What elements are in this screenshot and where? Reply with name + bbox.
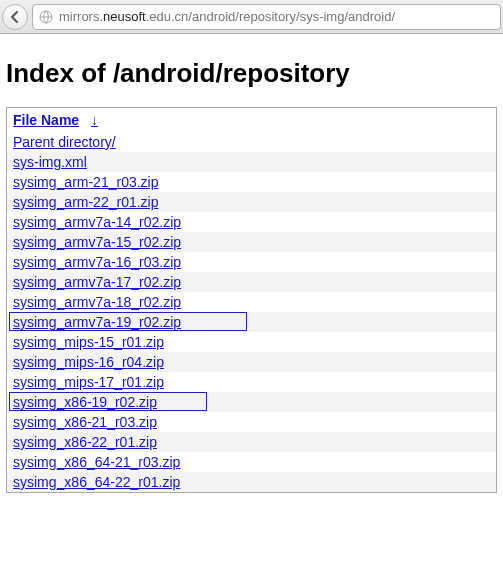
table-cell: sysimg_armv7a-19_r02.zip — [7, 312, 497, 332]
url-bar[interactable]: mirrors.neusoft.edu.cn/android/repositor… — [32, 4, 501, 30]
table-row: sysimg_x86_64-21_r03.zip — [7, 452, 497, 472]
table-row: sysimg_mips-17_r01.zip — [7, 372, 497, 392]
table-cell: sysimg_armv7a-17_r02.zip — [7, 272, 497, 292]
file-link[interactable]: sysimg_x86-22_r01.zip — [13, 434, 157, 450]
table-cell: sysimg_x86_64-22_r01.zip — [7, 472, 497, 493]
table-cell: sysimg_armv7a-14_r02.zip — [7, 212, 497, 232]
file-index-table: File Name ↓ Parent directory/sys-img.xml… — [6, 107, 497, 493]
table-cell: Parent directory/ — [7, 132, 497, 152]
table-row: sysimg_armv7a-16_r03.zip — [7, 252, 497, 272]
table-cell: sysimg_mips-17_r01.zip — [7, 372, 497, 392]
table-row: Parent directory/ — [7, 132, 497, 152]
table-row: sysimg_x86-19_r02.zip — [7, 392, 497, 412]
table-cell: sysimg_arm-21_r03.zip — [7, 172, 497, 192]
url-host: neusoft — [103, 9, 146, 24]
table-row: sysimg_armv7a-19_r02.zip — [7, 312, 497, 332]
table-row: sysimg_x86-21_r03.zip — [7, 412, 497, 432]
table-row: sysimg_mips-15_r01.zip — [7, 332, 497, 352]
file-link[interactable]: sysimg_mips-17_r01.zip — [13, 374, 164, 390]
table-row: sysimg_armv7a-17_r02.zip — [7, 272, 497, 292]
table-cell: sysimg_x86-22_r01.zip — [7, 432, 497, 452]
table-row: sysimg_arm-21_r03.zip — [7, 172, 497, 192]
table-cell: sysimg_armv7a-16_r03.zip — [7, 252, 497, 272]
globe-icon — [39, 10, 53, 24]
file-link[interactable]: sysimg_armv7a-19_r02.zip — [13, 314, 181, 330]
table-cell: sysimg_mips-15_r01.zip — [7, 332, 497, 352]
header-filename-link[interactable]: File Name — [13, 112, 79, 128]
table-cell: sys-img.xml — [7, 152, 497, 172]
file-link[interactable]: sysimg_armv7a-15_r02.zip — [13, 234, 181, 250]
table-row: sys-img.xml — [7, 152, 497, 172]
table-row: sysimg_mips-16_r04.zip — [7, 352, 497, 372]
table-cell: sysimg_armv7a-15_r02.zip — [7, 232, 497, 252]
table-row: sysimg_x86-22_r01.zip — [7, 432, 497, 452]
file-link[interactable]: sys-img.xml — [13, 154, 87, 170]
table-row: sysimg_arm-22_r01.zip — [7, 192, 497, 212]
table-cell: sysimg_x86_64-21_r03.zip — [7, 452, 497, 472]
sort-arrow-icon[interactable]: ↓ — [91, 112, 98, 128]
file-link[interactable]: sysimg_x86-19_r02.zip — [13, 394, 157, 410]
table-row: sysimg_armv7a-14_r02.zip — [7, 212, 497, 232]
table-row: sysimg_armv7a-18_r02.zip — [7, 292, 497, 312]
table-cell: sysimg_x86-21_r03.zip — [7, 412, 497, 432]
table-cell: sysimg_mips-16_r04.zip — [7, 352, 497, 372]
browser-toolbar: mirrors.neusoft.edu.cn/android/repositor… — [0, 0, 503, 34]
file-link[interactable]: sysimg_x86_64-21_r03.zip — [13, 454, 180, 470]
file-link[interactable]: sysimg_armv7a-18_r02.zip — [13, 294, 181, 310]
table-cell: sysimg_armv7a-18_r02.zip — [7, 292, 497, 312]
table-row: sysimg_armv7a-15_r02.zip — [7, 232, 497, 252]
file-link[interactable]: sysimg_mips-15_r01.zip — [13, 334, 164, 350]
file-link[interactable]: sysimg_arm-21_r03.zip — [13, 174, 159, 190]
file-link[interactable]: sysimg_armv7a-17_r02.zip — [13, 274, 181, 290]
file-link[interactable]: sysimg_mips-16_r04.zip — [13, 354, 164, 370]
file-link[interactable]: Parent directory/ — [13, 134, 116, 150]
back-arrow-icon — [8, 10, 22, 24]
file-link[interactable]: sysimg_armv7a-16_r03.zip — [13, 254, 181, 270]
table-cell: sysimg_x86-19_r02.zip — [7, 392, 497, 412]
file-link[interactable]: sysimg_x86_64-22_r01.zip — [13, 474, 180, 490]
file-link[interactable]: sysimg_x86-21_r03.zip — [13, 414, 157, 430]
table-cell: sysimg_arm-22_r01.zip — [7, 192, 497, 212]
page-content: Index of /android/repository File Name ↓… — [0, 34, 503, 501]
file-rows-body: Parent directory/sys-img.xmlsysimg_arm-2… — [7, 132, 497, 493]
file-link[interactable]: sysimg_arm-22_r01.zip — [13, 194, 159, 210]
file-link[interactable]: sysimg_armv7a-14_r02.zip — [13, 214, 181, 230]
url-prefix: mirrors. — [59, 9, 103, 24]
url-suffix: .edu.cn/android/repository/sys-img/andro… — [146, 9, 395, 24]
page-title: Index of /android/repository — [6, 58, 497, 89]
table-row: sysimg_x86_64-22_r01.zip — [7, 472, 497, 493]
back-button[interactable] — [2, 4, 28, 30]
